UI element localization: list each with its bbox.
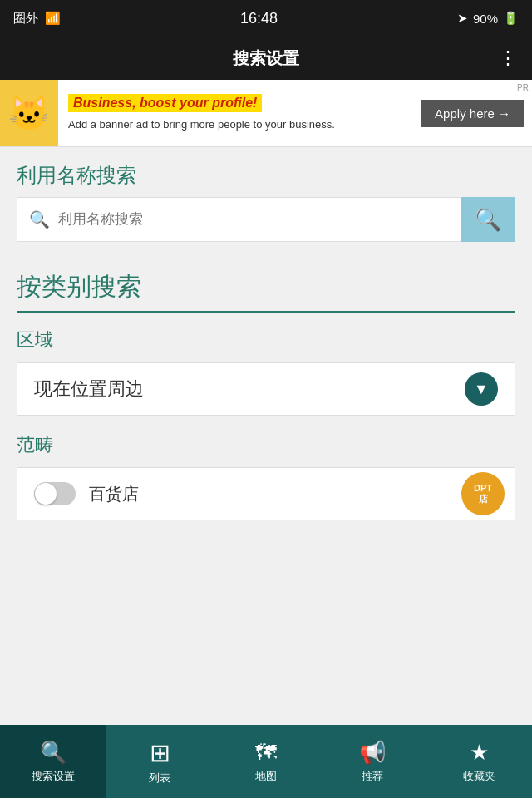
region-value: 现在位置周边	[34, 377, 144, 401]
battery-icon: 🔋	[503, 11, 519, 26]
nav-item-recommend[interactable]: 📢 推荐	[319, 725, 426, 798]
range-badge: DPT 店	[461, 472, 505, 515]
search-icon: 🔍	[29, 209, 50, 229]
name-search-wrapper: 🔍 🔍	[0, 197, 532, 254]
page-title: 搜索设置	[233, 47, 299, 70]
nav-recommend-label: 推荐	[362, 769, 383, 784]
badge-line1: DPT	[474, 483, 492, 494]
range-item: 百货店 DPT 店	[17, 467, 515, 520]
range-label: 范畴	[17, 432, 515, 457]
nav-item-favorites[interactable]: ★ 收藏夹	[426, 725, 532, 798]
nav-favorites-label: 收藏夹	[463, 769, 495, 784]
category-search-section: 按类别搜索 区域 现在位置周边 ▼ 范畴	[0, 254, 532, 457]
ad-content: Business, boost your profile! Add a bann…	[58, 86, 421, 140]
ad-cat-image: 🐱	[0, 80, 58, 146]
menu-button[interactable]: ⋮	[499, 47, 519, 69]
bottom-nav: 🔍 搜索设置 ⊞ 列表 🗺 地图 📢 推荐 ★ 收藏夹	[0, 725, 532, 798]
recommend-nav-icon: 📢	[359, 740, 386, 766]
range-value: 百货店	[89, 483, 139, 505]
status-right: ➤ 90% 🔋	[457, 11, 519, 26]
nav-map-label: 地图	[255, 769, 277, 784]
status-time: 16:48	[240, 10, 278, 27]
range-toggle[interactable]	[34, 482, 76, 505]
map-nav-icon: 🗺	[255, 740, 277, 766]
region-label: 区域	[17, 328, 515, 352]
nav-list-label: 列表	[149, 771, 170, 786]
region-dropdown[interactable]: 现在位置周边 ▼	[17, 362, 515, 416]
nav-item-search[interactable]: 🔍 搜索设置	[0, 725, 106, 798]
location-icon: ➤	[457, 11, 468, 26]
ad-headline: Business, boost your profile!	[68, 94, 262, 112]
ad-pr-label: PR	[517, 83, 529, 92]
status-bar: 圈外 📶 16:48 ➤ 90% 🔋	[0, 0, 532, 37]
ad-subtitle: Add a banner ad to bring more people to …	[68, 117, 411, 132]
header: 搜索设置 ⋮	[0, 37, 532, 80]
range-toggle-knob	[35, 483, 57, 505]
search-input[interactable]	[58, 211, 450, 228]
badge-line2: 店	[479, 494, 488, 505]
search-nav-icon: 🔍	[40, 740, 66, 766]
category-search-title: 按类别搜索	[17, 270, 515, 313]
search-btn-icon: 🔍	[475, 207, 501, 233]
search-input-wrapper: 🔍	[17, 209, 461, 229]
wifi-icon: 📶	[45, 11, 61, 26]
list-nav-icon: ⊞	[150, 738, 170, 767]
carrier-label: 圈外	[13, 11, 38, 27]
name-search-section: 利用名称搜索	[0, 147, 532, 197]
region-dropdown-arrow: ▼	[465, 372, 498, 406]
name-search-title: 利用名称搜索	[17, 162, 515, 189]
range-section: 百货店 DPT 店	[0, 467, 532, 603]
search-box: 🔍 🔍	[17, 197, 515, 242]
nav-item-map[interactable]: 🗺 地图	[213, 725, 319, 798]
status-left: 圈外 📶	[13, 11, 61, 27]
nav-item-list[interactable]: ⊞ 列表	[106, 725, 213, 798]
favorites-nav-icon: ★	[470, 740, 489, 766]
battery-label: 90%	[473, 12, 498, 26]
ad-banner: 🐱 Business, boost your profile! Add a ba…	[0, 80, 532, 147]
apply-here-button[interactable]: Apply here →	[421, 100, 524, 127]
nav-search-label: 搜索设置	[32, 769, 75, 784]
search-button[interactable]: 🔍	[461, 197, 515, 242]
